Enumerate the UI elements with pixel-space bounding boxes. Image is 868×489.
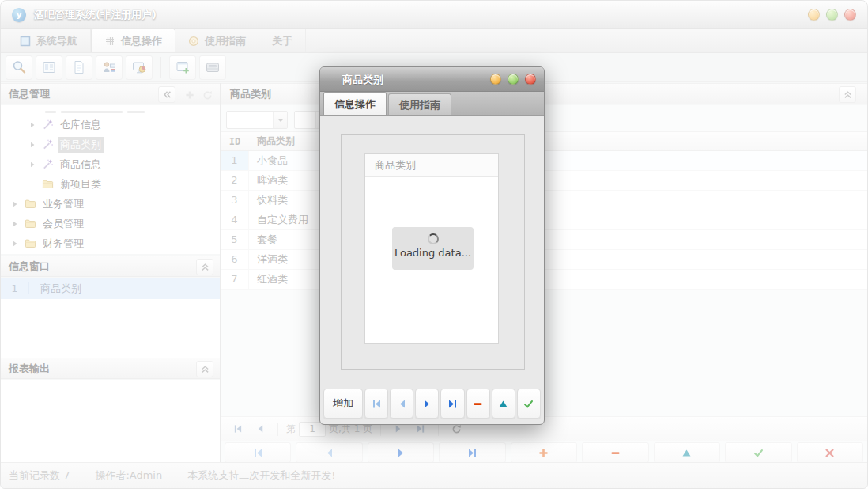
- nav-last-icon: [447, 399, 458, 409]
- dialog-check-button[interactable]: [517, 389, 541, 419]
- dialog-tabbar: 信息操作 使用指南: [320, 92, 544, 116]
- dialog-tab-user-guide[interactable]: 使用指南: [388, 93, 451, 115]
- dialog-product-category: 商品类别 信息操作 使用指南 商品类别 Loading data... 增加: [319, 66, 545, 425]
- loading-indicator: Loading data...: [392, 227, 474, 270]
- dialog-tab-info-operation[interactable]: 信息操作: [323, 92, 387, 115]
- screen: y 酒吧管理系统(非注册用户) 系统导航 信息操作 使用指南: [0, 0, 868, 489]
- dialog-nav-last-button[interactable]: [440, 389, 464, 419]
- dialog-nav-first-button[interactable]: [364, 389, 388, 419]
- dialog-titlebar[interactable]: 商品类别: [320, 67, 544, 92]
- dialog-close-button[interactable]: [525, 74, 536, 85]
- dialog-title: 商品类别: [342, 67, 383, 92]
- loading-text: Loading data...: [392, 247, 474, 259]
- dialog-triangle-up-button[interactable]: [492, 389, 515, 419]
- triangle-up-icon: [498, 399, 508, 409]
- spinner-icon: [428, 233, 439, 244]
- dialog-toolbar: 增加: [323, 389, 541, 419]
- nav-next-icon: [422, 399, 432, 409]
- minus-icon: [473, 399, 483, 409]
- nav-first-icon: [372, 399, 382, 409]
- add-button[interactable]: 增加: [323, 389, 363, 419]
- nav-prev-icon: [397, 399, 407, 409]
- dialog-nav-next-button[interactable]: [415, 389, 439, 419]
- check-icon: [523, 399, 534, 409]
- dialog-minimize-button[interactable]: [490, 74, 501, 85]
- dialog-minus-button[interactable]: [466, 389, 490, 419]
- dialog-window-controls: [490, 74, 536, 85]
- dialog-maximize-button[interactable]: [508, 74, 519, 85]
- dialog-nav-prev-button[interactable]: [390, 389, 413, 419]
- dialog-panel-header: 商品类别: [365, 154, 498, 177]
